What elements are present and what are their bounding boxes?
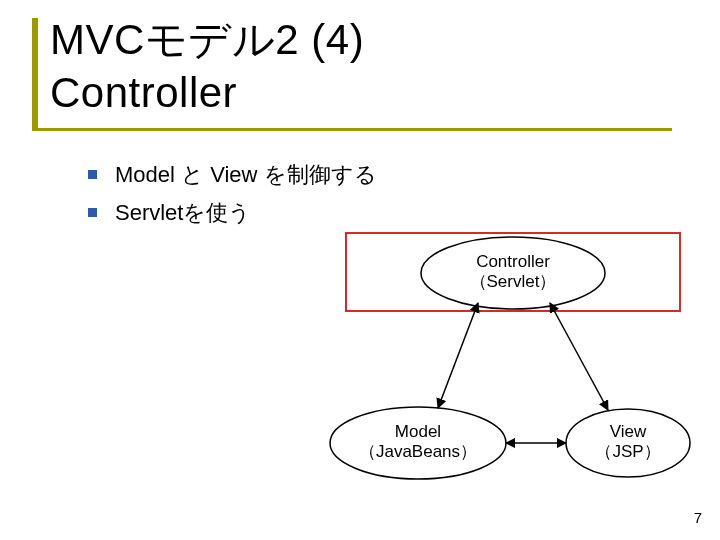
list-item: Model と View を制御する bbox=[88, 160, 378, 190]
title-accent-bar bbox=[32, 18, 38, 128]
title-line-1: MVCモデル2 (4) bbox=[50, 16, 364, 63]
edge-controller-model bbox=[438, 303, 478, 408]
bullet-text: Servletを使う bbox=[115, 198, 251, 228]
page-number: 7 bbox=[694, 509, 702, 526]
bullet-text: Model と View を制御する bbox=[115, 160, 377, 190]
list-item: Servletを使う bbox=[88, 198, 378, 228]
controller-label-2: （Servlet） bbox=[470, 272, 557, 291]
view-label-1: View bbox=[610, 422, 647, 441]
bullet-square-icon bbox=[88, 170, 97, 179]
diagram-svg: Controller （Servlet） Model （JavaBeans） V… bbox=[328, 225, 698, 505]
slide-title: MVCモデル2 (4) Controller bbox=[50, 14, 364, 119]
bullet-square-icon bbox=[88, 208, 97, 217]
model-label-1: Model bbox=[395, 422, 441, 441]
mvc-diagram: Controller （Servlet） Model （JavaBeans） V… bbox=[328, 225, 698, 505]
controller-label-1: Controller bbox=[476, 252, 550, 271]
model-label-2: （JavaBeans） bbox=[359, 442, 477, 461]
title-line-2: Controller bbox=[50, 69, 237, 116]
slide: MVCモデル2 (4) Controller Model と View を制御す… bbox=[0, 0, 720, 540]
title-underline bbox=[32, 128, 672, 131]
edge-controller-view bbox=[550, 303, 608, 410]
view-label-2: （JSP） bbox=[595, 442, 660, 461]
